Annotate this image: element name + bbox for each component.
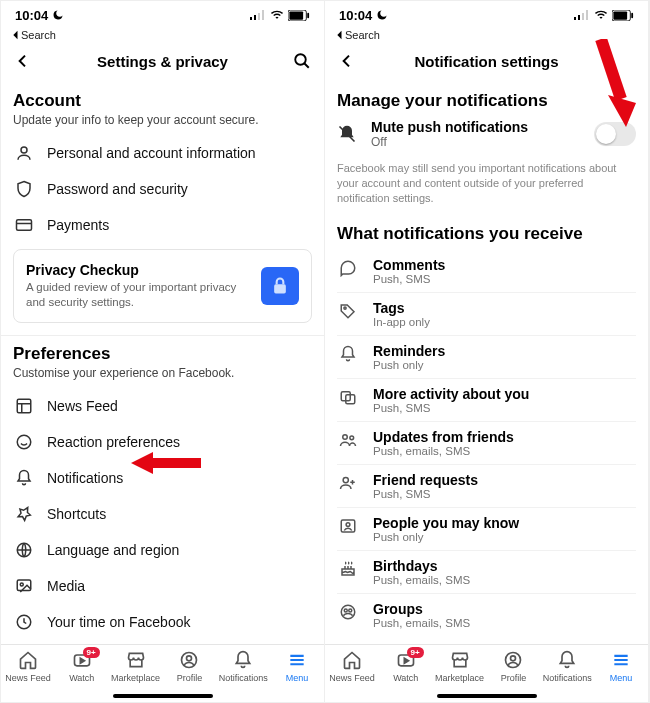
tab-label: Notifications <box>219 673 268 683</box>
store-icon <box>126 649 146 671</box>
friends-icon <box>337 429 359 449</box>
prefs-title: Preferences <box>13 344 312 364</box>
svg-point-27 <box>344 306 346 308</box>
tab-marketplace[interactable]: Marketplace <box>109 649 163 683</box>
nrow-friend-requests[interactable]: Friend requestsPush, SMS <box>337 465 636 508</box>
svg-point-34 <box>346 522 350 526</box>
row-payments[interactable]: Payments <box>13 207 312 243</box>
tab-notifications[interactable]: Notifications <box>216 649 270 683</box>
svg-rect-2 <box>258 13 260 20</box>
tab-watch[interactable]: 9+ Watch <box>379 649 433 683</box>
svg-rect-23 <box>586 10 588 20</box>
nrow-sub: Push only <box>373 531 636 543</box>
account-title: Account <box>13 91 312 111</box>
search-icon[interactable] <box>292 51 312 71</box>
mute-push-row[interactable]: Mute push notifications Off <box>337 111 636 155</box>
menu-icon <box>287 649 307 671</box>
card-icon <box>13 216 35 234</box>
tab-news-feed[interactable]: News Feed <box>1 649 55 683</box>
nrow-birthdays[interactable]: BirthdaysPush, emails, SMS <box>337 551 636 594</box>
row-reaction-prefs[interactable]: Reaction preferences <box>13 424 312 460</box>
row-personal-info[interactable]: Personal and account information <box>13 135 312 171</box>
back-icon[interactable] <box>13 51 33 71</box>
tab-notifications[interactable]: Notifications <box>540 649 594 683</box>
nrow-updates-friends[interactable]: Updates from friendsPush, emails, SMS <box>337 422 636 465</box>
svg-rect-26 <box>631 12 633 18</box>
row-label: Reaction preferences <box>47 434 180 450</box>
friend-add-icon <box>337 472 359 492</box>
svg-rect-11 <box>17 399 31 413</box>
tab-label: Profile <box>501 673 527 683</box>
row-your-time[interactable]: Your time on Facebook <box>13 604 312 640</box>
page-title: Settings & privacy <box>33 53 292 70</box>
back-search-label: Search <box>21 29 56 41</box>
svg-point-37 <box>349 609 352 612</box>
privacy-checkup-card[interactable]: Privacy Checkup A guided review of your … <box>13 249 312 323</box>
back-search[interactable]: Search <box>1 29 324 45</box>
tab-news-feed[interactable]: News Feed <box>325 649 379 683</box>
svg-point-36 <box>344 609 347 612</box>
tab-label: Menu <box>610 673 633 683</box>
svg-point-8 <box>21 147 27 153</box>
svg-point-15 <box>20 583 23 586</box>
svg-rect-5 <box>289 11 303 19</box>
tab-menu[interactable]: Menu <box>594 649 648 683</box>
mute-title: Mute push notifications <box>371 119 582 135</box>
row-label: Password and security <box>47 181 188 197</box>
tab-profile[interactable]: Profile <box>486 649 540 683</box>
nrow-groups[interactable]: GroupsPush, emails, SMS <box>337 594 636 636</box>
tab-profile[interactable]: Profile <box>162 649 216 683</box>
phone-left: 10:04 Search Settings & privacy Account … <box>1 1 325 702</box>
back-icon[interactable] <box>337 51 357 71</box>
row-notifications[interactable]: Notifications <box>13 460 312 496</box>
mute-toggle[interactable] <box>594 122 636 146</box>
feed-icon <box>13 397 35 415</box>
divider <box>1 335 324 336</box>
clock-icon <box>13 613 35 631</box>
nrow-reminders[interactable]: RemindersPush only <box>337 336 636 379</box>
row-password-security[interactable]: Password and security <box>13 171 312 207</box>
activity-icon <box>337 386 359 406</box>
nrow-tags[interactable]: TagsIn-app only <box>337 293 636 336</box>
svg-point-12 <box>17 435 31 449</box>
disclaimer-text: Facebook may still send you important no… <box>337 155 636 216</box>
nrow-sub: Push only <box>373 359 636 371</box>
status-time: 10:04 <box>339 8 372 23</box>
svg-rect-9 <box>17 220 32 231</box>
nrow-activity[interactable]: More activity about youPush, SMS <box>337 379 636 422</box>
page-header: Settings & privacy <box>1 45 324 83</box>
home-icon <box>18 649 38 671</box>
store-icon <box>450 649 470 671</box>
tab-label: Menu <box>286 673 309 683</box>
tab-watch[interactable]: 9+ Watch <box>55 649 109 683</box>
svg-rect-6 <box>307 12 309 18</box>
row-news-feed[interactable]: News Feed <box>13 388 312 424</box>
globe-icon <box>13 541 35 559</box>
home-indicator <box>113 694 213 698</box>
pin-icon <box>13 505 35 523</box>
tab-label: Watch <box>393 673 418 683</box>
status-time: 10:04 <box>15 8 48 23</box>
nrow-comments[interactable]: CommentsPush, SMS <box>337 250 636 293</box>
row-label: News Feed <box>47 398 118 414</box>
row-media[interactable]: Media <box>13 568 312 604</box>
back-search[interactable]: Search <box>325 29 648 45</box>
svg-point-40 <box>511 656 516 661</box>
back-search-label: Search <box>345 29 380 41</box>
lock-card-icon <box>261 267 299 305</box>
comment-icon <box>337 257 359 277</box>
signal-icon <box>574 10 590 20</box>
tab-marketplace[interactable]: Marketplace <box>433 649 487 683</box>
signal-icon <box>250 10 266 20</box>
tab-menu[interactable]: Menu <box>270 649 324 683</box>
tab-label: News Feed <box>329 673 375 683</box>
row-label: Personal and account information <box>47 145 256 161</box>
row-language-region[interactable]: Language and region <box>13 532 312 568</box>
nrow-people-know[interactable]: People you may knowPush only <box>337 508 636 551</box>
page-title: Notification settings <box>357 53 616 70</box>
row-shortcuts[interactable]: Shortcuts <box>13 496 312 532</box>
battery-icon <box>612 10 634 21</box>
content-right: Manage your notifications Mute push noti… <box>325 83 648 644</box>
card-sub: A guided review of your important privac… <box>26 280 251 310</box>
status-bar: 10:04 <box>1 1 324 29</box>
